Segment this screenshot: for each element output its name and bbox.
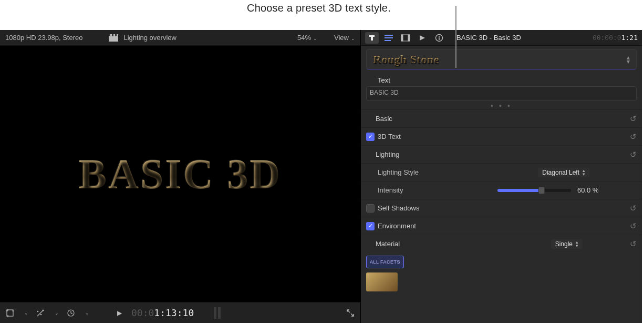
viewer-footer: ⌄ ⌄ ⌄ ▶ 00:01:13:10 bbox=[0, 302, 360, 323]
paragraph-inspector-tab[interactable] bbox=[382, 32, 396, 44]
3d-text-label: 3D Text bbox=[378, 133, 401, 140]
retime-tool-icon[interactable] bbox=[66, 308, 76, 318]
chevron-down-icon[interactable]: ⌄ bbox=[24, 310, 28, 316]
fullscreen-icon[interactable] bbox=[346, 308, 355, 318]
self-shadows-checkbox[interactable]: ✓ bbox=[366, 204, 375, 213]
svg-rect-12 bbox=[385, 40, 391, 41]
svg-rect-4 bbox=[117, 34, 118, 36]
svg-rect-2 bbox=[110, 34, 112, 36]
chevron-down-icon[interactable]: ⌄ bbox=[55, 310, 59, 316]
inspector-header: BASIC 3D - Basic 3D 00:00:01:21 bbox=[361, 30, 642, 46]
view-menu[interactable]: View⌄ bbox=[334, 34, 355, 42]
info-inspector-tab[interactable] bbox=[432, 32, 446, 44]
svg-rect-15 bbox=[408, 35, 410, 41]
preset-style-name: Rough Stone bbox=[373, 53, 439, 66]
inspector-clip-name: BASIC 3D - Basic 3D bbox=[456, 34, 521, 42]
svg-rect-0 bbox=[109, 36, 118, 42]
svg-point-7 bbox=[37, 311, 38, 311]
reset-icon[interactable]: ↺ bbox=[630, 204, 637, 213]
clapper-icon bbox=[109, 33, 118, 43]
lighting-style-row: Lighting Style Diagonal Left ▴▾ bbox=[361, 163, 642, 181]
svg-rect-11 bbox=[385, 37, 393, 38]
lighting-style-popup[interactable]: Diagonal Left ▴▾ bbox=[538, 168, 589, 177]
intensity-row: Intensity 60.0 % bbox=[361, 181, 642, 199]
viewer-pane: 1080p HD 23.98p, Stereo Lighting overvie… bbox=[0, 30, 361, 323]
svg-point-8 bbox=[40, 314, 41, 315]
text-inspector-tab[interactable] bbox=[365, 32, 379, 44]
format-label: 1080p HD 23.98p, Stereo bbox=[5, 34, 82, 42]
preset-style-popup[interactable]: Rough Stone ▴▾ bbox=[366, 49, 637, 70]
clip-name[interactable]: Lighting overview bbox=[123, 34, 176, 42]
viewer-header: 1080p HD 23.98p, Stereo Lighting overvie… bbox=[0, 30, 360, 46]
material-thumbnail[interactable] bbox=[366, 272, 398, 291]
crop-tool-icon[interactable] bbox=[5, 308, 15, 318]
play-icon[interactable]: ▶ bbox=[115, 308, 124, 318]
text-field[interactable]: BASIC 3D bbox=[366, 86, 637, 101]
resize-handle-icon[interactable]: ● ● ● bbox=[361, 103, 642, 109]
app-window: 1080p HD 23.98p, Stereo Lighting overvie… bbox=[0, 30, 642, 323]
generator-inspector-tab[interactable] bbox=[416, 32, 429, 44]
chevron-down-icon: ⌄ bbox=[351, 36, 355, 41]
svg-rect-3 bbox=[113, 34, 115, 36]
svg-rect-10 bbox=[385, 35, 393, 36]
material-label: Material bbox=[366, 240, 497, 248]
lighting-label: Lighting bbox=[366, 150, 497, 158]
material-header[interactable]: Material Single ▴▾ ↺ bbox=[361, 235, 642, 253]
text-section-label: Text bbox=[361, 73, 642, 86]
svg-point-17 bbox=[439, 36, 440, 37]
material-facets-row: ALL FACETS bbox=[361, 253, 642, 271]
svg-point-6 bbox=[43, 310, 44, 311]
basic-group-header[interactable]: Basic ↺ bbox=[361, 109, 642, 127]
updown-icon: ▴▾ bbox=[576, 240, 578, 248]
chevron-down-icon: ⌄ bbox=[313, 36, 317, 41]
chevron-down-icon[interactable]: ⌄ bbox=[85, 310, 89, 316]
audio-meter bbox=[214, 307, 221, 319]
lighting-style-label: Lighting Style bbox=[366, 168, 497, 176]
inspector-pane: BASIC 3D - Basic 3D 00:00:01:21 Rough St… bbox=[361, 30, 642, 323]
reset-icon[interactable]: ↺ bbox=[630, 221, 637, 231]
intensity-label: Intensity bbox=[366, 186, 497, 194]
basic-label: Basic bbox=[366, 115, 497, 123]
svg-rect-14 bbox=[401, 35, 403, 41]
viewer-canvas[interactable]: BASIC 3D bbox=[0, 46, 360, 302]
callout-line bbox=[455, 6, 456, 68]
environment-checkbox[interactable]: ✓ bbox=[366, 222, 375, 230]
material-type-popup[interactable]: Single ▴▾ bbox=[551, 239, 583, 249]
reset-icon[interactable]: ↺ bbox=[630, 239, 637, 249]
all-facets-chip[interactable]: ALL FACETS bbox=[366, 256, 404, 268]
video-inspector-tab[interactable] bbox=[399, 32, 412, 44]
viewer-timecode[interactable]: 00:01:13:10 bbox=[131, 307, 194, 318]
self-shadows-header[interactable]: ✓ Self Shadows ↺ bbox=[361, 199, 642, 217]
zoom-menu[interactable]: 54%⌄ bbox=[297, 34, 317, 42]
lighting-group-header[interactable]: Lighting ↺ bbox=[361, 145, 642, 163]
3d-text-group-header[interactable]: ✓ 3D Text ↺ bbox=[361, 127, 642, 145]
environment-label: Environment bbox=[378, 222, 416, 230]
inspector-timecode: 00:00:01:21 bbox=[593, 34, 638, 42]
svg-rect-18 bbox=[439, 37, 440, 40]
enhance-tool-icon[interactable] bbox=[36, 308, 45, 318]
title-text-3d[interactable]: BASIC 3D bbox=[79, 150, 282, 198]
updown-icon: ▴▾ bbox=[627, 55, 630, 64]
self-shadows-label: Self Shadows bbox=[378, 204, 420, 212]
intensity-value[interactable]: 60.0 % bbox=[577, 186, 598, 194]
3d-text-checkbox[interactable]: ✓ bbox=[366, 133, 375, 141]
help-annotation: Choose a preset 3D text style. bbox=[247, 2, 391, 14]
intensity-slider[interactable] bbox=[497, 189, 571, 192]
updown-icon: ▴▾ bbox=[583, 169, 585, 176]
environment-header[interactable]: ✓ Environment ↺ bbox=[361, 217, 642, 235]
reset-icon[interactable]: ↺ bbox=[630, 132, 637, 142]
reset-icon[interactable]: ↺ bbox=[630, 114, 637, 124]
reset-icon[interactable]: ↺ bbox=[630, 150, 637, 159]
